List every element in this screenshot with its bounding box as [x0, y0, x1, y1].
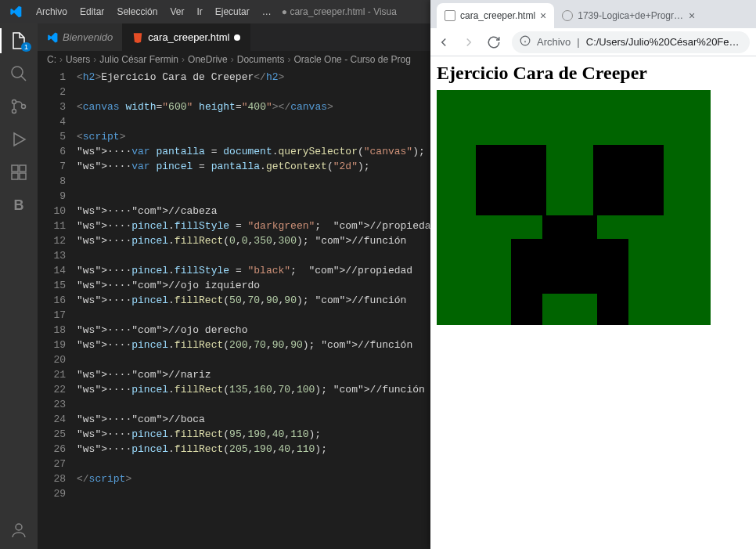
- menu-go[interactable]: Ir: [192, 6, 207, 17]
- forward-button[interactable]: [462, 35, 476, 49]
- menu-run[interactable]: Ejecutar: [211, 6, 254, 17]
- run-debug-icon[interactable]: [9, 130, 28, 149]
- site-info-icon[interactable]: [520, 35, 531, 49]
- search-icon[interactable]: [9, 64, 28, 83]
- window-title: ● cara_creeper.html - Visua: [279, 6, 399, 17]
- explorer-badge: 1: [21, 42, 31, 52]
- code-editor[interactable]: 1234567891011121314151617181920212223242…: [38, 68, 430, 549]
- editor-tabs: Bienvenido cara_creeper.html: [38, 23, 430, 51]
- chrome-tab-label: cara_creeper.html: [460, 10, 535, 21]
- tab-welcome-label: Bienvenido: [63, 31, 113, 43]
- rendered-page: Ejercicio Cara de Creeper: [430, 56, 756, 549]
- breadcrumb-item[interactable]: Julio César Fermin: [99, 54, 178, 65]
- code-content[interactable]: <h2>Ejercicio Cara de Creeper</h2> <canv…: [77, 68, 430, 549]
- vscode-logo-icon: [9, 5, 22, 18]
- menu-file[interactable]: Archivo: [31, 6, 72, 17]
- url-scheme: Archivo: [537, 36, 571, 48]
- chrome-tabstrip: cara_creeper.html × 1739-Logica+de+Progr…: [430, 0, 756, 28]
- address-bar[interactable]: Archivo | C:/Users/Julio%20César%20Fermi…: [512, 31, 750, 53]
- explorer-icon[interactable]: 1: [9, 31, 28, 50]
- menu-view[interactable]: Ver: [165, 6, 189, 17]
- chrome-toolbar: Archivo | C:/Users/Julio%20César%20Fermi…: [430, 28, 756, 56]
- breadcrumb[interactable]: C:› Users› Julio César Fermin› OneDrive›…: [38, 51, 430, 68]
- bold-text-icon[interactable]: B: [9, 196, 28, 215]
- chrome-window: cara_creeper.html × 1739-Logica+de+Progr…: [430, 0, 756, 549]
- menubar: Archivo Editar Selección Ver Ir Ejecutar…: [0, 0, 430, 23]
- chrome-tab-label: 1739-Logica+de+Program: [578, 10, 684, 21]
- svg-point-3: [13, 110, 16, 114]
- line-numbers: 1234567891011121314151617181920212223242…: [38, 68, 77, 549]
- close-tab-icon[interactable]: ×: [689, 9, 695, 22]
- close-tab-icon[interactable]: ×: [540, 9, 546, 22]
- breadcrumb-item[interactable]: C:: [47, 54, 56, 65]
- menu-edit[interactable]: Editar: [75, 6, 109, 17]
- breadcrumb-item[interactable]: OneDrive: [188, 54, 228, 65]
- creeper-canvas: [437, 90, 711, 325]
- svg-rect-8: [12, 173, 18, 179]
- svg-point-10: [16, 524, 22, 530]
- reload-button[interactable]: [487, 35, 501, 49]
- editor-area: Bienvenido cara_creeper.html C:› Users› …: [38, 23, 430, 549]
- favicon-icon: [562, 10, 573, 21]
- html-file-icon: [132, 32, 143, 43]
- svg-rect-7: [20, 165, 26, 172]
- svg-point-2: [13, 100, 16, 104]
- tab-file-label: cara_creeper.html: [148, 31, 229, 43]
- accounts-icon[interactable]: [9, 521, 28, 540]
- back-button[interactable]: [437, 35, 451, 49]
- svg-point-4: [22, 105, 26, 109]
- svg-marker-5: [14, 133, 25, 146]
- svg-point-0: [12, 67, 23, 78]
- menu-selection[interactable]: Selección: [112, 6, 162, 17]
- tab-welcome[interactable]: Bienvenido: [38, 23, 123, 51]
- source-control-icon[interactable]: [9, 97, 28, 116]
- chrome-tab-active[interactable]: cara_creeper.html ×: [437, 3, 554, 28]
- breadcrumb-item[interactable]: Oracle One - Curso de Prog: [293, 54, 410, 65]
- favicon-icon: [445, 10, 455, 21]
- chrome-tab-inactive[interactable]: 1739-Logica+de+Program ×: [554, 3, 703, 28]
- svg-rect-6: [12, 165, 18, 172]
- menu-more[interactable]: …: [257, 6, 276, 17]
- tab-file[interactable]: cara_creeper.html: [123, 23, 250, 51]
- extensions-icon[interactable]: [9, 163, 28, 182]
- breadcrumb-item[interactable]: Documents: [237, 54, 285, 65]
- vscode-icon: [47, 32, 58, 43]
- breadcrumb-item[interactable]: Users: [66, 54, 90, 65]
- vscode-window: Archivo Editar Selección Ver Ir Ejecutar…: [0, 0, 430, 549]
- page-title: Ejercicio Cara de Creeper: [437, 63, 750, 84]
- activity-bar: 1 B: [0, 23, 38, 549]
- svg-rect-9: [20, 173, 26, 179]
- url-path: C:/Users/Julio%20César%20Fermin/: [586, 36, 742, 48]
- svg-line-1: [21, 76, 26, 81]
- unsaved-indicator-icon: [234, 34, 240, 41]
- vscode-body: 1 B Bienvenido: [0, 23, 430, 549]
